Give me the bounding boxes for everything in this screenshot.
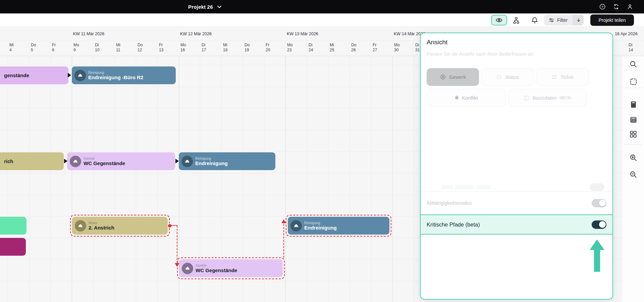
day-number: 5 — [31, 48, 36, 53]
day-weekday: Fr — [52, 43, 56, 48]
divider — [625, 88, 642, 88]
sliders-icon — [548, 17, 554, 23]
task-bar[interactable]: SanitärWC Gegenstände — [179, 259, 283, 277]
task-title: Endreinigung — [304, 225, 337, 231]
task-bar[interactable] — [0, 217, 26, 235]
critical-link-dot — [168, 224, 171, 228]
critical-paths-toggle[interactable] — [592, 220, 606, 229]
day-header-cell: Mo9 — [73, 43, 79, 53]
board-icon[interactable] — [628, 99, 639, 110]
day-number: 10 — [95, 48, 99, 53]
critical-link-segment — [171, 225, 177, 226]
critical-link-segment — [177, 225, 177, 263]
dependency-arrow-icon — [64, 159, 67, 163]
task-title: rich — [4, 158, 13, 164]
trade-hardhat-icon — [75, 220, 86, 232]
help-icon[interactable]: ? — [599, 3, 606, 10]
zoom-out-icon[interactable] — [628, 169, 639, 180]
day-number: 9 — [73, 48, 79, 53]
day-number: 17 — [202, 48, 206, 53]
filter-label: Filter — [557, 17, 568, 23]
sync-icon[interactable] — [613, 3, 620, 10]
task-bar[interactable]: ReinigungEndreinigung -Büro R2 — [72, 66, 176, 84]
day-weekday: Do — [138, 43, 143, 48]
dependency-mode-label: Abhängigkeitsmodus — [427, 200, 472, 206]
day-weekday: Di — [95, 43, 99, 48]
trade-hardhat-icon — [70, 156, 81, 167]
konflikt-label: Konflikt — [462, 95, 478, 101]
zoom-in-icon[interactable] — [628, 152, 639, 163]
task-bar[interactable]: Maler2. Anstrich — [72, 217, 168, 235]
trade-hardhat-icon — [182, 263, 193, 274]
gewerk-label: Gewerk — [449, 74, 466, 80]
day-weekday: Mi — [330, 43, 334, 48]
day-gridline — [307, 41, 307, 302]
project-switcher[interactable]: Projekt 26 — [188, 0, 222, 13]
day-number: 14 — [629, 48, 633, 53]
top-bar: Projekt 26 ? — [0, 0, 644, 13]
notifications-bell-icon[interactable] — [530, 16, 539, 25]
day-header-cell: Do12 — [138, 43, 143, 53]
panel-subtitle: Passen Sie die Ansicht nach Ihren Bedürf… — [427, 51, 534, 57]
day-weekday: Do — [351, 43, 356, 48]
task-trade-label: Reinigung — [88, 70, 143, 74]
view-options-button[interactable] — [491, 15, 507, 26]
day-number: 20 — [266, 48, 270, 53]
day-header-cell: Do19 — [245, 43, 250, 53]
task-bar-text: genstände — [0, 72, 29, 79]
search-icon[interactable] — [628, 59, 639, 69]
dashed-circle-icon — [496, 74, 502, 80]
color-mode-status-button[interactable]: Status — [481, 68, 534, 86]
task-bar[interactable]: rich — [0, 152, 64, 170]
critical-link-segment — [283, 224, 284, 258]
day-weekday: Di — [629, 43, 633, 48]
critical-link-arrowhead-up-icon — [281, 219, 286, 223]
task-bar[interactable]: ReinigungEndreinigung — [179, 152, 275, 170]
task-bar[interactable]: SanitärWC Gegenstände — [67, 152, 175, 170]
color-mode-ticket-button[interactable]: Ticket — [536, 68, 589, 86]
day-header-cell: Di10 — [95, 43, 99, 53]
day-weekday: Di — [309, 43, 313, 48]
calendar-icon[interactable] — [628, 114, 639, 125]
dependencies-icon[interactable] — [512, 16, 521, 25]
filter-control: Filter — [544, 15, 584, 26]
day-header-cell: Mi11 — [116, 43, 120, 53]
task-trade-label: Sanitär — [196, 263, 237, 267]
day-number: 12 — [138, 48, 143, 53]
task-title: WC Gegenstände — [84, 160, 125, 166]
day-number: 31 — [415, 48, 420, 53]
day-header-cell: Fr20 — [266, 43, 270, 53]
faded-toggle — [590, 183, 604, 191]
user-icon[interactable] — [627, 3, 633, 10]
task-bar[interactable]: ReinigungEndreinigung — [288, 217, 389, 235]
day-header-cell: Mo16 — [180, 43, 186, 53]
svg-text:?: ? — [601, 5, 603, 8]
checklist-icon — [551, 74, 557, 80]
day-weekday: Fr — [159, 43, 163, 48]
dependency-mode-toggle[interactable] — [592, 199, 606, 207]
marquee-icon[interactable] — [628, 76, 639, 87]
day-header-cell: Di14 — [629, 43, 633, 53]
day-number: 25 — [330, 48, 334, 53]
task-bar[interactable]: genstände — [0, 66, 68, 84]
day-weekday: Di — [202, 43, 206, 48]
task-bar-text: ReinigungEndreinigung — [195, 156, 228, 166]
day-gridline — [371, 41, 371, 302]
filter-download-button[interactable] — [573, 15, 584, 26]
task-bar[interactable] — [0, 238, 26, 256]
critical-paths-row: Kritische Pfade (beta) — [421, 214, 612, 235]
color-mode-konflikt-button[interactable]: ✱ Konflikt — [427, 89, 506, 107]
day-weekday: Fr — [266, 43, 270, 48]
filter-button[interactable]: Filter — [544, 15, 573, 26]
day-gridline — [328, 41, 328, 302]
day-weekday: Mo — [394, 43, 400, 48]
grid-icon[interactable] — [628, 129, 639, 140]
share-project-button[interactable]: Projekt teilen — [590, 14, 634, 26]
day-weekday: Mi — [9, 43, 14, 48]
divider — [625, 144, 642, 145]
color-mode-basisdaten-button[interactable]: Basisdaten (BETA) — [508, 89, 587, 107]
color-mode-gewerk-button[interactable]: Gewerk — [427, 68, 479, 86]
day-weekday: Mo — [73, 43, 79, 48]
critical-paths-label: Kritische Pfade (beta) — [427, 221, 480, 228]
day-weekday: Fr — [373, 43, 377, 48]
